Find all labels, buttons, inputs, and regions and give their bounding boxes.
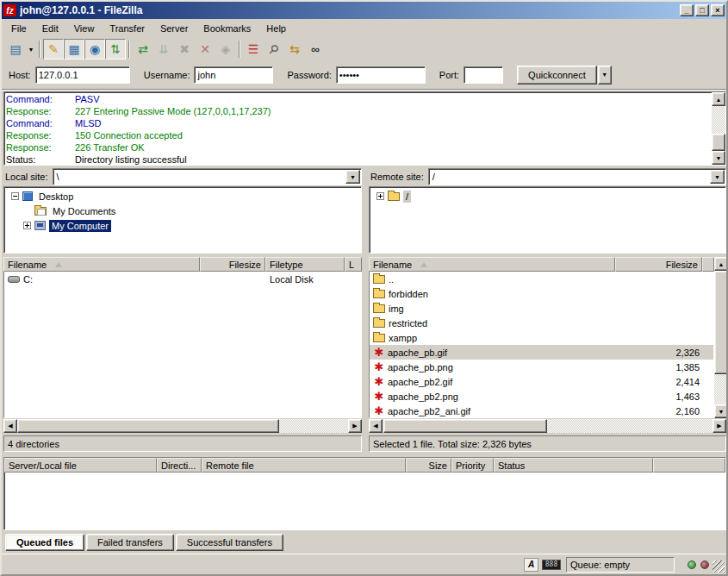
- column-label: Filename: [373, 260, 412, 270]
- column-label: Directi...: [161, 460, 196, 471]
- menu-view[interactable]: View: [66, 22, 103, 35]
- remote-site-combobox[interactable]: /: [428, 168, 726, 185]
- tab-failed-transfers[interactable]: Failed transfers: [86, 534, 174, 551]
- scroll-right-icon[interactable]: [348, 419, 362, 433]
- file-row[interactable]: restricted: [370, 316, 713, 330]
- column-filename[interactable]: Filename: [369, 257, 615, 272]
- tab-successful-transfers[interactable]: Successful transfers: [176, 534, 283, 551]
- scroll-down-icon[interactable]: [712, 151, 725, 165]
- column-status[interactable]: Status: [494, 458, 653, 473]
- tree-item-root[interactable]: /: [370, 189, 725, 203]
- refresh-icon[interactable]: ⇄: [133, 39, 153, 59]
- scroll-thumb[interactable]: [383, 419, 547, 433]
- minimize-button[interactable]: _: [680, 4, 694, 16]
- remote-status-bar: Selected 1 file. Total size: 2,326 bytes: [369, 435, 726, 452]
- quickconnect-button[interactable]: Quickconnect: [517, 66, 597, 85]
- title-bar[interactable]: fz john@127.0.0.1 - FileZilla _ □ ×: [2, 2, 726, 19]
- file-row[interactable]: ..: [370, 272, 713, 286]
- menu-file[interactable]: File: [3, 22, 34, 35]
- scroll-up-icon[interactable]: [714, 257, 728, 271]
- scroll-thumb[interactable]: [712, 134, 725, 151]
- menu-help[interactable]: Help: [258, 22, 294, 35]
- column-filename[interactable]: Filename: [3, 257, 200, 272]
- resize-grip[interactable]: [712, 560, 725, 573]
- log-text: 226 Transfer OK: [75, 141, 145, 153]
- ascii-datatype-icon[interactable]: A: [524, 558, 538, 572]
- cancel-icon[interactable]: ✖: [174, 39, 195, 59]
- scroll-track[interactable]: [279, 419, 348, 433]
- scroll-thumb[interactable]: [714, 271, 728, 374]
- password-input[interactable]: [336, 66, 426, 84]
- sort-ascending-icon: [420, 262, 427, 267]
- log-label: Status:: [6, 153, 75, 166]
- menu-transfer[interactable]: Transfer: [102, 22, 152, 35]
- maximize-button[interactable]: □: [695, 4, 709, 16]
- file-row-c-drive[interactable]: C: Local Disk: [4, 272, 361, 286]
- file-row-selected[interactable]: ✱apache_pb.gif 2,326: [370, 345, 713, 360]
- column-last-modified[interactable]: L: [345, 257, 362, 272]
- column-filetype[interactable]: Filetype: [265, 257, 345, 272]
- scroll-left-icon[interactable]: [369, 419, 383, 433]
- username-input[interactable]: [194, 66, 273, 84]
- file-row[interactable]: xampp: [370, 330, 713, 345]
- find-files-icon[interactable]: ∞: [305, 39, 326, 59]
- process-queue-icon[interactable]: ⇊: [153, 39, 174, 59]
- tree-item-desktop[interactable]: Desktop: [4, 189, 361, 203]
- filezilla-window: fz john@127.0.0.1 - FileZilla _ □ × File…: [0, 0, 728, 576]
- column-direction[interactable]: Directi...: [157, 458, 202, 473]
- column-server-local-file[interactable]: Server/Local file: [4, 458, 157, 473]
- column-priority[interactable]: Priority: [451, 458, 494, 473]
- file-row[interactable]: forbidden: [370, 286, 713, 301]
- column-size[interactable]: Size: [406, 458, 451, 473]
- file-row[interactable]: ✱apache_pb2.png 1,463: [370, 389, 713, 404]
- local-site-combobox[interactable]: \: [53, 168, 362, 185]
- column-label: Size: [429, 460, 447, 471]
- collapse-icon[interactable]: [11, 192, 19, 200]
- toggle-log-icon[interactable]: ✎: [43, 39, 64, 59]
- file-row[interactable]: img: [370, 301, 713, 316]
- toggle-local-tree-icon[interactable]: ▦: [64, 39, 84, 59]
- scroll-left-icon[interactable]: [3, 419, 17, 433]
- toggle-queue-icon[interactable]: ⇅: [105, 39, 126, 59]
- file-row[interactable]: ✱apache_pb2_ani.gif 2,160: [370, 404, 713, 418]
- column-remote-file[interactable]: Remote file: [202, 458, 406, 473]
- quickconnect-dropdown-icon[interactable]: [598, 66, 612, 85]
- site-manager-icon[interactable]: ▤: [5, 39, 26, 59]
- scroll-down-icon[interactable]: [714, 404, 728, 418]
- file-name: apache_pb.gif: [388, 347, 447, 358]
- toggle-remote-tree-icon[interactable]: ◉: [84, 39, 105, 59]
- menu-bookmarks[interactable]: Bookmarks: [196, 22, 258, 35]
- disconnect-icon[interactable]: ✕: [195, 39, 215, 59]
- scroll-track[interactable]: [547, 419, 712, 433]
- column-filesize[interactable]: Filesize: [200, 257, 265, 272]
- expand-icon[interactable]: [23, 222, 31, 229]
- column-filesize[interactable]: Filesize: [615, 257, 702, 272]
- column-filler: [702, 257, 714, 272]
- expand-icon[interactable]: [376, 192, 384, 200]
- close-button[interactable]: ×: [711, 4, 725, 16]
- tree-item-my-computer[interactable]: My Computer: [4, 218, 361, 233]
- log-text: MLSD: [75, 117, 102, 129]
- tree-item-my-documents[interactable]: My Documents: [4, 203, 361, 218]
- password-label: Password:: [287, 70, 331, 80]
- queue-status-panel: Queue: empty: [566, 557, 675, 573]
- menu-server[interactable]: Server: [152, 22, 196, 35]
- site-manager-dropdown-icon[interactable]: ▼: [26, 39, 36, 59]
- combo-dropdown-icon[interactable]: [710, 170, 725, 184]
- log-line: Command:MLSD: [6, 117, 724, 129]
- column-label: Priority: [456, 460, 485, 471]
- combo-dropdown-icon[interactable]: [345, 170, 360, 184]
- file-row[interactable]: ✱apache_pb2.gif 2,414: [370, 374, 713, 389]
- host-input[interactable]: [35, 66, 130, 84]
- documents-folder-icon: [34, 207, 47, 216]
- file-row[interactable]: ✱apache_pb.png 1,385: [370, 360, 713, 374]
- port-input[interactable]: [464, 66, 503, 84]
- scroll-up-icon[interactable]: [712, 92, 725, 106]
- column-label: Filesize: [666, 260, 698, 270]
- menu-edit[interactable]: Edit: [34, 22, 66, 35]
- scroll-right-icon[interactable]: [712, 419, 726, 433]
- tab-queued-files[interactable]: Queued files: [5, 534, 84, 551]
- scroll-thumb[interactable]: [17, 419, 279, 433]
- reconnect-icon[interactable]: ◈: [215, 39, 236, 59]
- speed-limits-icon[interactable]: 888: [542, 560, 561, 570]
